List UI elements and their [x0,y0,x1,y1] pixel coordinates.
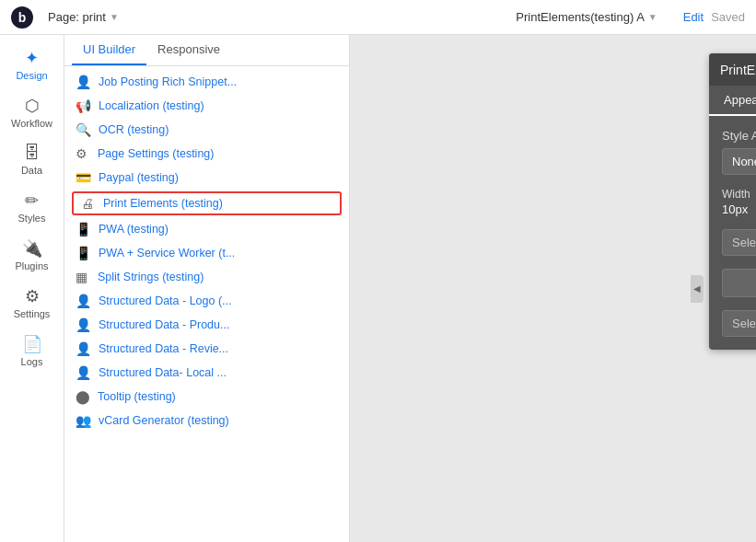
structured-data-produ-icon: 👤 [76,317,91,332]
width-label: Width [722,188,750,201]
job-posting-icon: 👤 [76,75,91,89]
style-attribute-label: Style Attribute [722,129,756,143]
properties-panel: PrintElements(testing) A ℹ 💬 ✕ Appearanc… [709,53,756,350]
plugin-item-label: Structured Data - Logo (... [99,294,232,307]
sidebar-item-workflow[interactable]: ⬡ Workflow [0,90,64,134]
plugin-item-split-strings[interactable]: ▦ Split Strings (testing) [64,265,349,289]
plugin-item-label: Localization (testing) [99,99,204,112]
plugin-item-structured-data-logo[interactable]: 👤 Structured Data - Logo (... [64,289,349,313]
style-attribute-value: None (Custom) [732,155,756,168]
sidebar-item-design[interactable]: ✦ Design [0,42,64,86]
plugin-item-label: Print Elements (testing) [103,197,223,210]
data-icon: 🗄 [24,144,41,163]
tooltip-icon: ⬤ [76,389,90,404]
sidebar-item-styles[interactable]: ✏ Styles [0,185,64,229]
plugin-item-pwa-service-worker[interactable]: 📱 PWA + Service Worker (t... [64,241,349,265]
plugins-label: Plugins [15,260,48,271]
replace-button[interactable]: Replace [722,269,756,297]
styles-icon: ✏ [25,190,39,211]
plugin-panel-tabs: UI Builder Responsive [64,35,349,66]
design-icon: ✦ [25,48,39,68]
settings-icon: ⚙ [25,286,40,306]
action-buttons-row: Replace Delete [722,269,756,297]
structured-data-logo-icon: 👤 [76,294,91,308]
top-bar: b Page: print ▼ PrintElements(testing) A… [0,0,756,35]
plugin-item-label: vCard Generator (testing) [99,414,229,427]
element-label: PrintElements(testing) A [516,10,644,24]
plugin-item-label: Tooltip (testing) [98,390,176,403]
tab-appearance[interactable]: Appearance [709,86,756,116]
plugin-item-label: PWA (testing) [99,223,169,236]
plugin-item-page-settings[interactable]: ⚙ Page Settings (testing) [64,142,349,166]
width-field: Width 10px [722,188,750,216]
panel-collapse-arrow[interactable]: ◀ [691,275,704,303]
width-value: 10px [722,202,750,216]
logs-icon: 📄 [22,334,42,354]
app-logo: b [11,6,33,29]
vcard-generator-icon: 👥 [76,413,91,428]
logs-label: Logs [21,356,43,367]
plugin-item-print-elements[interactable]: 🖨 Print Elements (testing) [72,191,342,215]
ocr-icon: 🔍 [76,122,91,137]
plugin-item-paypal[interactable]: 💳 Paypal (testing) [64,166,349,190]
plugin-item-vcard-generator[interactable]: 👥 vCard Generator (testing) [64,409,349,432]
properties-panel-title: PrintElements(testing) A [720,63,756,77]
top-bar-actions: Edit Saved [683,10,745,24]
tab-ui-builder[interactable]: UI Builder [72,35,146,65]
properties-panel-header: PrintElements(testing) A ℹ 💬 ✕ [709,53,756,86]
design-label: Design [16,70,47,81]
page-selector[interactable]: Page: print ▼ [48,10,119,24]
properties-body: Style Attribute None (Custom) ▼ Width 10… [709,116,756,350]
parent-child-dropdown[interactable]: Select parent/child ▼ [722,310,756,337]
plugin-item-label: Structured Data - Produ... [99,318,229,331]
plugin-item-label: Job Posting Rich Snippet... [99,75,237,88]
sidebar-item-settings[interactable]: ⚙ Settings [0,281,64,325]
plugin-item-tooltip[interactable]: ⬤ Tooltip (testing) [64,385,349,409]
left-nav: ✦ Design ⬡ Workflow 🗄 Data ✏ Styles 🔌 Pl… [0,35,64,542]
plugin-item-structured-data-revie[interactable]: 👤 Structured Data - Revie... [64,337,349,361]
sidebar-item-plugins[interactable]: 🔌 Plugins [0,233,64,277]
plugin-item-ocr[interactable]: 🔍 OCR (testing) [64,118,349,142]
tab-responsive[interactable]: Responsive [146,35,231,65]
plugin-item-job-posting[interactable]: 👤 Job Posting Rich Snippet... [64,70,349,94]
plugin-item-label: PWA + Service Worker (t... [99,247,235,259]
parent-child-label: Select parent/child [732,317,756,330]
settings-label: Settings [14,308,51,319]
plugin-item-structured-data-produ[interactable]: 👤 Structured Data - Produ... [64,313,349,337]
plugin-item-label: Page Settings (testing) [98,147,214,160]
structured-data-local-icon: 👤 [76,365,91,380]
dimensions-row: Width 10px Height 10px [722,188,756,216]
workflow-icon: ⬡ [25,96,40,116]
canvas-area: ◀ PrintElements(testing) A ℹ 💬 ✕ Appeara… [350,35,756,542]
data-label: Data [21,165,42,176]
plugin-item-label: Split Strings (testing) [98,271,204,283]
saved-status: Saved [711,10,745,24]
plugin-list: 👤 Job Posting Rich Snippet... 📢 Localiza… [64,66,349,542]
print-elements-icon: 🖨 [81,196,96,211]
properties-tabs: Appearance Layout Conditional [709,86,756,116]
main-layout: ✦ Design ⬡ Workflow 🗄 Data ✏ Styles 🔌 Pl… [0,35,756,542]
plugins-icon: 🔌 [22,238,42,259]
pwa-service-worker-icon: 📱 [76,246,91,260]
pwa-icon: 📱 [76,222,91,236]
plugin-item-label: Structured Data- Local ... [99,366,227,379]
workflow-label: Workflow [11,118,52,129]
edit-button[interactable]: Edit [683,10,704,24]
plugin-item-label: Structured Data - Revie... [99,342,228,355]
plugin-item-pwa[interactable]: 📱 PWA (testing) [64,217,349,241]
style-attribute-dropdown[interactable]: None (Custom) ▼ [722,148,756,175]
plugin-item-label: Paypal (testing) [99,171,179,184]
split-strings-icon: ▦ [76,270,90,284]
styles-label: Styles [18,213,46,224]
sidebar-item-logs[interactable]: 📄 Logs [0,329,64,373]
page-label: Page: print [48,10,106,24]
page-dropdown-arrow: ▼ [110,12,119,22]
sidebar-item-data[interactable]: 🗄 Data [0,138,64,181]
transition-dropdown[interactable]: Select a property to define a new transi… [722,229,756,256]
structured-data-revie-icon: 👤 [76,341,91,356]
page-settings-icon: ⚙ [76,146,90,161]
localization-icon: 📢 [76,98,91,113]
plugin-item-localization[interactable]: 📢 Localization (testing) [64,94,349,118]
plugin-item-structured-data-local[interactable]: 👤 Structured Data- Local ... [64,361,349,385]
element-selector[interactable]: PrintElements(testing) A ▼ [516,10,657,24]
